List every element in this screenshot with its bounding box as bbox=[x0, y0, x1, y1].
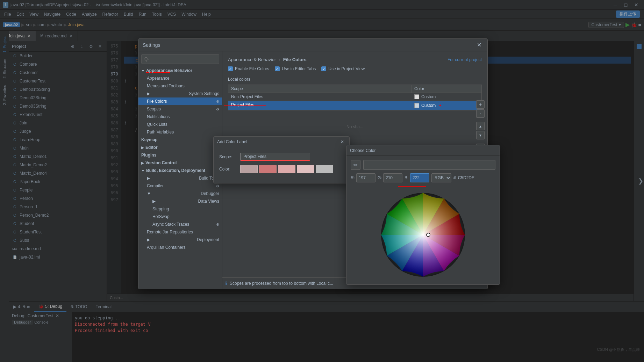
settings-item-menus-toolbars[interactable]: Menus and Toolbars bbox=[138, 82, 222, 90]
settings-item-deployment[interactable]: ▶ Deployment bbox=[138, 236, 222, 244]
scope-input[interactable]: Project Files bbox=[240, 153, 310, 161]
checkbox-box: ✓ bbox=[321, 66, 326, 71]
item-label: Arquillian Containers bbox=[147, 245, 186, 250]
settings-title: Settings bbox=[143, 42, 475, 48]
r-input-group: R: bbox=[351, 173, 375, 182]
checkbox-enable-file-colors[interactable]: ✓ Enable File Colors bbox=[228, 66, 269, 71]
settings-item-keymap[interactable]: Keymap bbox=[138, 136, 222, 144]
color-swatch-proj bbox=[414, 103, 419, 108]
section-build[interactable]: ▼ Build, Execution, Deployment bbox=[138, 167, 222, 174]
settings-item-remote-jar[interactable]: Remote Jar Repositories bbox=[138, 228, 222, 236]
section-label: Appearance bbox=[146, 68, 170, 73]
choose-color-title-label: Choose Color bbox=[350, 148, 375, 153]
row-scope: Project Files bbox=[228, 101, 412, 110]
rgb-mode-select[interactable]: RGB HSB HSL bbox=[431, 173, 451, 182]
move-up-button[interactable]: ▲ bbox=[476, 122, 485, 130]
local-colors-label: Local colors bbox=[228, 77, 482, 82]
checkbox-label: Use in Editor Tabs bbox=[282, 66, 316, 71]
color-option-3[interactable] bbox=[278, 165, 295, 173]
section-version-control[interactable]: ▶ Version Control bbox=[138, 159, 222, 167]
breadcrumb-section: Appearance & Behavior bbox=[228, 57, 276, 62]
checkbox-label: Use in Project View bbox=[328, 66, 365, 71]
settings-item-build-tools[interactable]: ▶ Build Tools bbox=[138, 174, 222, 182]
remove-color-button[interactable]: - bbox=[476, 109, 485, 118]
color-option-2[interactable] bbox=[259, 165, 277, 173]
choose-color-title: Choose Color bbox=[346, 145, 500, 156]
item-label: Keymap bbox=[141, 137, 158, 142]
settings-item-scopes[interactable]: Scopes ⚙ bbox=[138, 105, 222, 113]
settings-item-notifications[interactable]: Notifications bbox=[138, 113, 222, 121]
no-shape-text: No sha... bbox=[228, 124, 482, 129]
settings-item-appearance[interactable]: Appearance bbox=[138, 74, 222, 82]
b-input[interactable] bbox=[410, 173, 429, 182]
svg-point-1 bbox=[381, 193, 465, 277]
settings-item-data-views[interactable]: ▶ Data Views bbox=[138, 197, 222, 205]
section-label-2: & Behavior bbox=[170, 68, 192, 73]
hex-color-input[interactable] bbox=[363, 160, 495, 170]
section-appearance-behavior[interactable]: ▼ Appearance & Behavior bbox=[138, 67, 222, 74]
item-label: Menus and Toolbars bbox=[147, 84, 185, 88]
expand-arrow-icon: ▶ bbox=[147, 91, 150, 96]
settings-gear-icon4: ⚙ bbox=[216, 223, 219, 226]
colors-table: Scope Color Non-Project Files Custom Pro… bbox=[228, 85, 482, 110]
settings-item-system-settings[interactable]: ▶ System Settings bbox=[138, 90, 222, 97]
add-color-close-button[interactable]: ✕ bbox=[339, 138, 346, 145]
settings-item-async[interactable]: Async Stack Traces ⚙ bbox=[138, 220, 222, 228]
hash-label: # bbox=[453, 175, 456, 180]
breadcrumb-page: File Colors bbox=[283, 57, 307, 62]
settings-search-input[interactable] bbox=[141, 54, 219, 64]
settings-title-bar: Settings ✕ bbox=[138, 39, 487, 51]
color-wheel[interactable] bbox=[378, 189, 468, 280]
color-column-header: Color bbox=[412, 85, 481, 93]
item-label: Debugger bbox=[201, 191, 219, 196]
pipette-button[interactable]: ✏ bbox=[351, 160, 360, 170]
scope-row: Scope: Project Files bbox=[219, 153, 344, 161]
settings-gear-icon2: ⚙ bbox=[216, 107, 219, 111]
color-picker-cursor bbox=[427, 233, 430, 237]
expand-arrow-icon-dv: ▶ bbox=[152, 199, 156, 204]
add-color-button[interactable]: + bbox=[476, 100, 485, 109]
section-label-editor: Editor bbox=[145, 145, 158, 150]
settings-item-file-colors[interactable]: File Colors ⚙ bbox=[138, 97, 222, 105]
settings-item-quick-lists[interactable]: Quick Lists bbox=[138, 121, 222, 128]
color-row-projectfiles[interactable]: Project Files Custom • bbox=[228, 101, 481, 110]
breadcrumb-separator: › bbox=[279, 57, 280, 62]
color-row-nonprojectfiles[interactable]: Non-Project Files Custom bbox=[228, 93, 481, 101]
color-option-1[interactable] bbox=[240, 165, 258, 173]
move-down-button[interactable]: ▼ bbox=[476, 131, 485, 139]
add-color-label-dialog: Add Color Label ✕ Scope: Project Files C… bbox=[213, 136, 350, 183]
b-label: B: bbox=[405, 175, 409, 180]
checkbox-label: Enable File Colors bbox=[235, 66, 269, 71]
add-color-body: Scope: Project Files Color: bbox=[214, 147, 349, 183]
spacer bbox=[476, 118, 485, 121]
expand-arrow-icon-dbg: ▼ bbox=[147, 191, 151, 196]
for-current-project-link[interactable]: For current project bbox=[448, 57, 482, 62]
color-option-4[interactable] bbox=[297, 165, 314, 173]
settings-item-arquillian[interactable]: Arquillian Containers bbox=[138, 244, 222, 251]
settings-item-path-variables[interactable]: Path Variables bbox=[138, 128, 222, 136]
settings-item-plugins[interactable]: Plugins bbox=[138, 151, 222, 159]
checkbox-box: ✓ bbox=[275, 66, 280, 71]
color-option-5[interactable] bbox=[316, 165, 333, 173]
settings-item-compiler[interactable]: Compiler ⚙ bbox=[138, 182, 222, 190]
g-label: G: bbox=[378, 175, 382, 180]
color-label: Custom bbox=[421, 94, 436, 99]
settings-close-button[interactable]: ✕ bbox=[475, 41, 483, 49]
settings-item-hotswap[interactable]: HotSwap bbox=[138, 213, 222, 220]
checkbox-use-editor-tabs[interactable]: ✓ Use in Editor Tabs bbox=[275, 66, 316, 71]
r-input[interactable] bbox=[356, 173, 375, 182]
checkbox-row: ✓ Enable File Colors ✓ Use in Editor Tab… bbox=[228, 66, 482, 71]
section-arrow-editor: ▶ bbox=[141, 146, 144, 150]
section-editor[interactable]: ▶ Editor bbox=[138, 144, 222, 151]
b-input-group: B: bbox=[405, 173, 429, 182]
rgb-inputs-row: R: G: B: RGB HSB HSL # C5D2DE bbox=[351, 173, 495, 182]
settings-item-stepping[interactable]: Stepping bbox=[138, 205, 222, 213]
choose-color-dialog: Choose Color ✏ R: G: B: RGB HSB bbox=[346, 145, 500, 285]
settings-item-debugger[interactable]: ▼ Debugger bbox=[138, 190, 222, 197]
checkbox-use-project-view[interactable]: ✓ Use in Project View bbox=[321, 66, 365, 71]
item-label: Scopes bbox=[147, 107, 161, 111]
g-input[interactable] bbox=[383, 173, 402, 182]
item-label: Quick Lists bbox=[147, 122, 167, 127]
colors-table-header: Scope Color bbox=[228, 85, 481, 93]
scope-form-label: Scope: bbox=[219, 154, 240, 159]
